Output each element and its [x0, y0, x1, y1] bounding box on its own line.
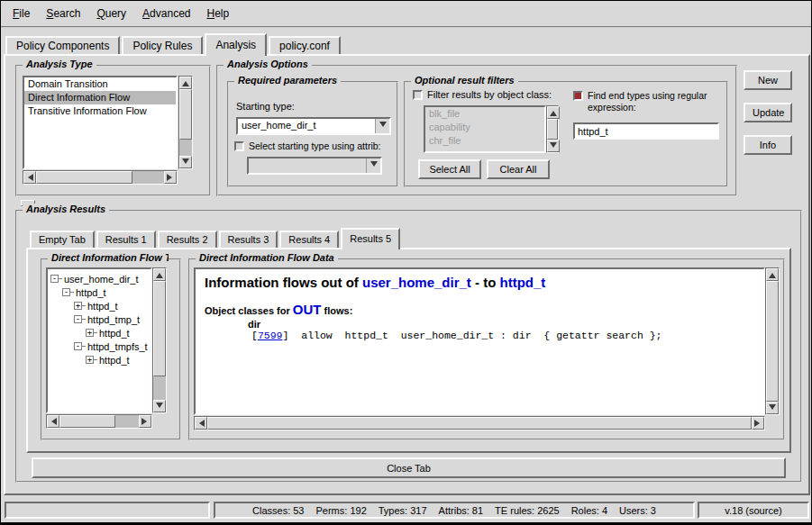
scroll-down-button[interactable] — [766, 402, 779, 414]
collapse-icon[interactable]: - — [74, 342, 82, 350]
scroll-left-button[interactable] — [47, 415, 59, 428]
tree-node-user-home-dir-t[interactable]: -user_home_dir_t — [50, 272, 151, 285]
clear-all-button[interactable]: Clear All — [487, 159, 550, 179]
tree-node-label[interactable]: httpd_tmpfs_t — [86, 341, 148, 352]
filter-by-class-checkbox-row[interactable]: Filter results by object class: — [413, 89, 552, 100]
attrib-checkbox-row[interactable]: Select starting type using attrib: — [234, 140, 398, 151]
scroll-up-button[interactable] — [547, 106, 560, 119]
analysis-type-item-domain-transition[interactable]: Domain Transition — [24, 77, 176, 91]
results-tab-results-5[interactable]: Results 5 — [341, 228, 400, 249]
menu-help[interactable]: Help — [198, 4, 237, 23]
tree-node-label[interactable]: user_home_dir_t — [62, 274, 139, 285]
menu-advanced[interactable]: Advanced — [134, 4, 198, 23]
results-tab-results-2[interactable]: Results 2 — [158, 231, 217, 248]
scrollbar-trough[interactable] — [766, 281, 779, 402]
scroll-up-button[interactable] — [179, 77, 192, 89]
menu-search[interactable]: Search — [38, 4, 88, 23]
scroll-up-button[interactable] — [153, 268, 166, 281]
scroll-right-button[interactable] — [139, 415, 151, 428]
scrollbar-thumb[interactable] — [766, 281, 779, 402]
expand-icon[interactable]: + — [74, 302, 82, 310]
tree-node-label[interactable]: httpd_t — [97, 328, 130, 339]
expand-icon[interactable]: + — [86, 329, 94, 337]
analysis-options-title: Analysis Options — [224, 59, 312, 69]
analysis-type-item-transitive-information-flow[interactable]: Transitive Information Flow — [24, 104, 176, 118]
rule-number-link[interactable]: 7599 — [258, 330, 283, 341]
regex-input[interactable] — [573, 122, 719, 140]
status-stat: TE rules: 2625 — [495, 505, 560, 516]
starting-type-dropdown-button[interactable] — [375, 119, 389, 133]
scroll-down-button[interactable] — [547, 140, 560, 152]
tree-node-httpd-t[interactable]: -httpd_t — [50, 285, 151, 299]
flow-tree[interactable]: -user_home_dir_t-httpd_t+httpd_t-httpd_t… — [46, 267, 152, 413]
tree-node-label[interactable]: httpd_t — [74, 287, 106, 298]
close-tab-button[interactable]: Close Tab — [32, 457, 786, 478]
scrollbar-thumb[interactable] — [59, 415, 115, 428]
scroll-right-button[interactable] — [752, 417, 764, 430]
scrollbar-trough[interactable] — [207, 417, 752, 430]
regex-checkbox[interactable] — [573, 91, 583, 101]
analysis-type-hscrollbar[interactable] — [23, 170, 178, 185]
scrollbar-trough[interactable] — [547, 119, 558, 140]
tree-node-httpd-t[interactable]: +httpd_t — [50, 326, 151, 339]
select-all-button[interactable]: Select All — [418, 159, 481, 179]
tab-policy-components[interactable]: Policy Components — [5, 36, 120, 54]
tree-node-httpd-tmp-t[interactable]: -httpd_tmp_t — [50, 312, 151, 326]
scrollbar-trough[interactable] — [36, 171, 164, 184]
scroll-down-button[interactable] — [153, 400, 166, 412]
tree-node-httpd-tmpfs-t[interactable]: -httpd_tmpfs_t — [50, 339, 151, 353]
tab-analysis[interactable]: Analysis — [205, 33, 267, 56]
scrollbar-thumb[interactable] — [179, 89, 192, 140]
flow-data-text[interactable]: Information flows out of user_home_dir_t… — [194, 267, 765, 415]
results-tab-results-3[interactable]: Results 3 — [219, 231, 278, 248]
collapse-icon[interactable]: - — [74, 315, 82, 323]
collapse-icon[interactable]: - — [50, 275, 59, 283]
starting-type-combobox[interactable]: user_home_dir_t — [236, 117, 391, 135]
info-button[interactable]: Info — [744, 135, 792, 155]
tree-node-httpd-t[interactable]: +httpd_t — [50, 353, 151, 367]
tab-policy-rules[interactable]: Policy Rules — [122, 36, 203, 54]
scrollbar-trough[interactable] — [153, 281, 166, 400]
scrollbar-thumb[interactable] — [547, 119, 558, 140]
results-tab-empty-tab[interactable]: Empty Tab — [30, 231, 95, 248]
collapse-icon[interactable]: - — [62, 288, 70, 296]
flow-data-vscrollbar[interactable] — [765, 267, 780, 415]
scrollbar-thumb[interactable] — [36, 171, 132, 184]
flow-data-hscrollbar[interactable] — [194, 416, 765, 430]
scrollbar-trough[interactable] — [59, 415, 139, 428]
analysis-type-listbox[interactable]: Domain TransitionDirect Information Flow… — [23, 76, 178, 169]
tab-policy-conf[interactable]: policy.conf — [269, 36, 341, 54]
regex-checkbox-row[interactable]: Find end types using regular expression: — [573, 90, 725, 113]
scroll-right-button[interactable] — [164, 171, 177, 184]
update-button[interactable]: Update — [744, 103, 792, 122]
flow-tree-vscrollbar[interactable] — [152, 267, 167, 413]
tree-node-label[interactable]: httpd_t — [86, 301, 118, 312]
tree-node-label[interactable]: httpd_tmp_t — [86, 314, 140, 325]
analysis-type-item-direct-information-flow[interactable]: Direct Information Flow — [24, 91, 176, 104]
filter-by-class-checkbox[interactable] — [413, 90, 423, 100]
flow-tree-hscrollbar[interactable] — [46, 414, 152, 429]
scroll-left-button[interactable] — [23, 171, 36, 184]
analysis-type-vscrollbar[interactable] — [178, 76, 193, 169]
attrib-checkbox[interactable] — [234, 141, 244, 151]
new-button[interactable]: New — [744, 70, 792, 90]
menu-file[interactable]: File — [5, 4, 38, 23]
results-tab-results-4[interactable]: Results 4 — [279, 231, 339, 248]
tree-node-httpd-t[interactable]: +httpd_t — [50, 299, 151, 312]
scrollbar-thumb[interactable] — [207, 417, 752, 430]
object-class-item-chr-file: chr_file — [425, 134, 544, 148]
results-tab-results-1[interactable]: Results 1 — [96, 231, 156, 248]
main-tab-bar: Policy ComponentsPolicy RulesAnalysispol… — [5, 32, 342, 54]
scroll-left-button[interactable] — [195, 417, 207, 430]
scrollbar-trough[interactable] — [179, 89, 192, 156]
starting-type-value[interactable]: user_home_dir_t — [238, 119, 375, 133]
attrib-combobox — [247, 157, 382, 175]
menu-query[interactable]: Query — [88, 4, 134, 23]
tree-node-label[interactable]: httpd_t — [97, 355, 130, 366]
classes-line-suffix: flows: — [322, 305, 353, 316]
expand-icon[interactable]: + — [86, 356, 94, 364]
scroll-down-button[interactable] — [179, 156, 192, 168]
scroll-up-button[interactable] — [766, 268, 779, 281]
object-class-vscrollbar[interactable] — [546, 105, 559, 153]
scrollbar-thumb[interactable] — [153, 281, 166, 376]
